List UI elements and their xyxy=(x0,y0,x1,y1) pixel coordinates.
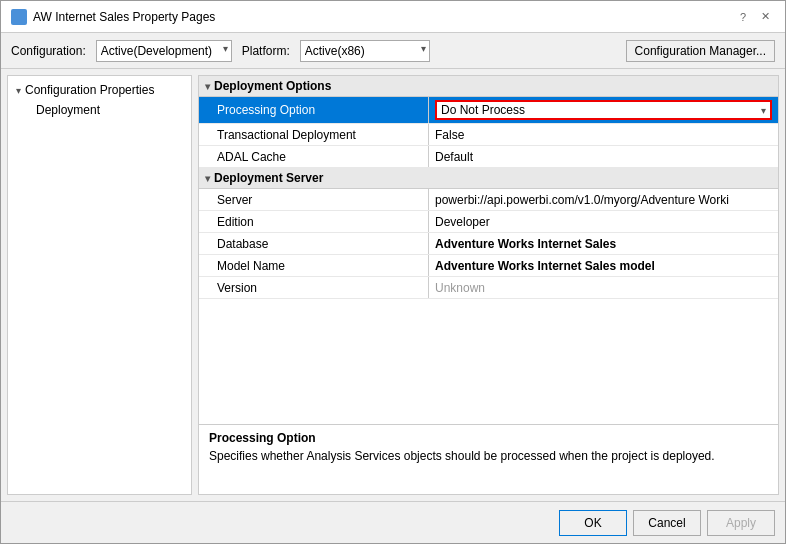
prop-name-modelname: Model Name xyxy=(199,255,429,276)
platform-select[interactable]: Active(x86) xyxy=(300,40,430,62)
spacer xyxy=(199,299,778,424)
prop-name-database: Database xyxy=(199,233,429,254)
prop-value-database: Adventure Works Internet Sales xyxy=(429,233,778,254)
main-content: ▾ Configuration Properties Deployment ▾ … xyxy=(1,69,785,501)
prop-name-edition: Edition xyxy=(199,211,429,232)
apply-button[interactable]: Apply xyxy=(707,510,775,536)
prop-value-transactional: False xyxy=(429,124,778,145)
dialog-window: AW Internet Sales Property Pages ? ✕ Con… xyxy=(0,0,786,544)
sidebar-section: ▾ Configuration Properties Deployment xyxy=(8,76,191,124)
dropdown-arrow-icon: ▾ xyxy=(761,105,766,116)
config-select-wrapper: Active(Development) xyxy=(96,40,232,62)
chevron-down-icon: ▾ xyxy=(16,85,21,96)
sidebar-item-config-properties[interactable]: ▾ Configuration Properties xyxy=(8,80,191,100)
ok-button[interactable]: OK xyxy=(559,510,627,536)
prop-row-server[interactable]: Server powerbi://api.powerbi.com/v1.0/my… xyxy=(199,189,778,211)
help-button[interactable]: ? xyxy=(733,7,753,27)
prop-row-adal[interactable]: ADAL Cache Default xyxy=(199,146,778,168)
prop-name-transactional: Transactional Deployment xyxy=(199,124,429,145)
prop-row-database[interactable]: Database Adventure Works Internet Sales xyxy=(199,233,778,255)
collapse-server-icon: ▾ xyxy=(205,173,210,184)
button-bar: OK Cancel Apply xyxy=(1,501,785,543)
desc-text: Specifies whether Analysis Services obje… xyxy=(209,449,768,463)
prop-row-modelname[interactable]: Model Name Adventure Works Internet Sale… xyxy=(199,255,778,277)
deployment-server-title: Deployment Server xyxy=(214,171,323,185)
title-bar-controls: ? ✕ xyxy=(733,7,775,27)
desc-title: Processing Option xyxy=(209,431,768,445)
window-title: AW Internet Sales Property Pages xyxy=(33,10,215,24)
prop-row-processing[interactable]: Processing Option Do Not Process ▾ xyxy=(199,97,778,124)
config-manager-button[interactable]: Configuration Manager... xyxy=(626,40,775,62)
sidebar: ▾ Configuration Properties Deployment xyxy=(7,75,192,495)
config-bar: Configuration: Active(Development) Platf… xyxy=(1,33,785,69)
app-icon xyxy=(11,9,27,25)
prop-value-edition: Developer xyxy=(429,211,778,232)
prop-row-version[interactable]: Version Unknown xyxy=(199,277,778,299)
collapse-icon: ▾ xyxy=(205,81,210,92)
prop-name-version: Version xyxy=(199,277,429,298)
title-bar-left: AW Internet Sales Property Pages xyxy=(11,9,215,25)
config-select[interactable]: Active(Development) xyxy=(96,40,232,62)
prop-row-edition[interactable]: Edition Developer xyxy=(199,211,778,233)
deployment-options-title: Deployment Options xyxy=(214,79,331,93)
sidebar-deployment-label: Deployment xyxy=(36,103,100,117)
config-label: Configuration: xyxy=(11,44,86,58)
prop-value-server: powerbi://api.powerbi.com/v1.0/myorg/Adv… xyxy=(429,189,778,210)
prop-value-version: Unknown xyxy=(429,277,778,298)
prop-value-adal: Default xyxy=(429,146,778,167)
sidebar-config-label: Configuration Properties xyxy=(25,83,154,97)
dropdown-value-processing: Do Not Process xyxy=(441,103,525,117)
deployment-server-header: ▾ Deployment Server xyxy=(199,168,778,189)
platform-label: Platform: xyxy=(242,44,290,58)
property-panel: ▾ Deployment Options Processing Option D… xyxy=(198,75,779,495)
prop-name-adal: ADAL Cache xyxy=(199,146,429,167)
prop-name-processing: Processing Option xyxy=(199,97,429,123)
close-button[interactable]: ✕ xyxy=(755,7,775,27)
sidebar-item-deployment[interactable]: Deployment xyxy=(8,100,191,120)
cancel-button[interactable]: Cancel xyxy=(633,510,701,536)
prop-name-server: Server xyxy=(199,189,429,210)
prop-value-processing[interactable]: Do Not Process ▾ xyxy=(429,97,778,123)
prop-row-transactional[interactable]: Transactional Deployment False xyxy=(199,124,778,146)
title-bar: AW Internet Sales Property Pages ? ✕ xyxy=(1,1,785,33)
dropdown-cell-processing[interactable]: Do Not Process ▾ xyxy=(435,100,772,120)
deployment-options-header: ▾ Deployment Options xyxy=(199,76,778,97)
prop-value-modelname: Adventure Works Internet Sales model xyxy=(429,255,778,276)
description-panel: Processing Option Specifies whether Anal… xyxy=(199,424,778,494)
platform-select-wrapper: Active(x86) xyxy=(300,40,430,62)
